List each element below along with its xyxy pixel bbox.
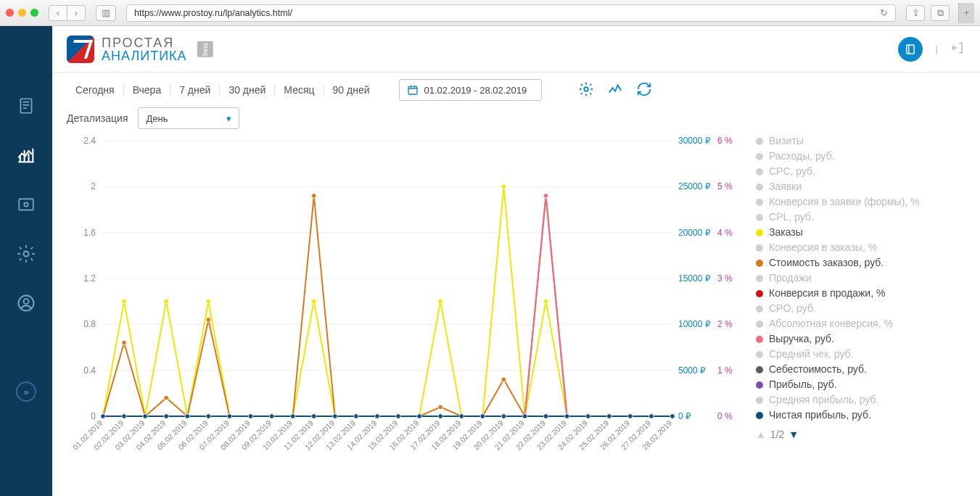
legend-item-1[interactable]: Расходы, руб. [756,149,965,164]
logout-icon[interactable] [951,41,965,57]
settings-icon[interactable] [578,81,594,99]
period-tab-3[interactable]: 30 дней [220,84,275,96]
legend-item-0[interactable]: Визиты [756,133,965,149]
legend-swatch-icon [756,260,763,267]
share-icon[interactable]: ⇪ [906,5,925,21]
legend-item-11[interactable]: CPO, руб. [756,301,965,316]
sidebar-toggle-icon[interactable]: ▥ [96,5,116,21]
legend-item-6[interactable]: Заказы [756,225,965,240]
traffic-lights [6,9,38,17]
legend-label: Визиты [769,133,804,149]
sidebar-collapse-button[interactable]: » [16,381,36,402]
legend-item-16[interactable]: Прибыль, руб. [756,377,965,392]
detail-select[interactable]: День ▾ [138,107,239,129]
legend-item-9[interactable]: Продажи [756,270,965,286]
svg-point-246 [354,414,358,418]
period-tab-4[interactable]: Месяц [275,84,324,96]
legend-label: Заявки [769,179,802,194]
legend-item-10[interactable]: Конверсия в продажи, % [756,286,965,301]
svg-text:0.8: 0.8 [83,319,96,329]
new-tab-button[interactable]: + [958,3,974,23]
svg-point-256 [564,414,569,418]
legend-item-15[interactable]: Себестоимость, руб. [756,362,965,377]
legend-label: CPC, руб. [769,164,815,179]
legend-swatch-icon [756,199,763,206]
svg-text:1.6: 1.6 [83,228,96,238]
detail-select-value: День [146,113,168,124]
legend-item-13[interactable]: Выручка, руб. [756,331,965,347]
app-sidebar: » [0,26,52,496]
svg-rect-1 [19,199,33,210]
legend-label: Абсолютная конверсия, % [769,316,893,331]
legend-item-2[interactable]: CPC, руб. [756,164,965,179]
svg-point-97 [164,395,168,400]
sidebar-item-config[interactable] [12,190,41,219]
legend-label: Стоимость заказов, руб. [769,255,884,270]
legend-item-18[interactable]: Чистая прибыль, руб. [756,408,965,423]
pager-text: 1/2 [770,427,784,442]
chart-type-icon[interactable] [607,81,623,99]
forward-button[interactable]: › [67,5,86,21]
period-tab-5[interactable]: 90 дней [324,84,379,96]
svg-point-250 [438,414,442,418]
period-tab-0[interactable]: Сегодня [67,84,124,96]
period-tab-1[interactable]: Вчера [124,84,171,96]
legend-item-14[interactable]: Средний чек, руб. [756,347,965,362]
period-tab-2[interactable]: 7 дней [170,84,220,96]
address-bar[interactable]: https://www.prostoy.ru/lp/analytics.html… [126,4,896,22]
sidebar-item-analytics[interactable] [12,141,41,170]
svg-point-245 [333,414,337,418]
legend-item-7[interactable]: Конверсия в заказы, % [756,240,965,255]
browser-chrome: ‹ › ▥ https://www.prostoy.ru/lp/analytic… [0,0,980,26]
legend-swatch-icon [756,412,763,419]
svg-point-235 [122,414,126,418]
url-text: https://www.prostoy.ru/lp/analytics.html… [134,8,292,18]
svg-text:2.4: 2.4 [83,136,96,146]
pager-next-icon[interactable]: ▼ [788,427,799,442]
maximize-window-icon[interactable] [30,9,38,17]
legend-swatch-icon [756,229,763,236]
app-header: ПРОСТАЯ АНАЛИТИКА beta | [52,26,980,73]
analytics-chart[interactable]: 00.40.81.21.622.40 ₽5000 ₽10000 ₽15000 ₽… [67,133,749,467]
svg-point-234 [101,414,105,418]
legend-label: Прибыль, руб. [769,377,837,392]
refresh-icon[interactable] [636,81,652,99]
svg-point-260 [649,414,654,418]
chart-legend: ВизитыРасходы, руб.CPC, руб.ЗаявкиКонвер… [749,133,965,481]
svg-point-87 [543,299,548,303]
tabs-icon[interactable]: ⧉ [931,5,950,21]
back-button[interactable]: ‹ [49,5,67,21]
svg-text:6 %: 6 % [717,136,733,146]
svg-point-249 [417,414,421,418]
legend-item-8[interactable]: Стоимость заказов, руб. [756,255,965,270]
legend-label: Чистая прибыль, руб. [769,408,871,423]
svg-point-69 [164,299,168,303]
sidebar-item-reports[interactable] [12,91,41,120]
minimize-window-icon[interactable] [18,9,26,17]
close-window-icon[interactable] [6,9,14,17]
legend-label: Заказы [769,225,803,240]
sidebar-item-account[interactable] [12,289,41,318]
sidebar-item-settings[interactable] [12,239,41,268]
legend-item-12[interactable]: Абсолютная конверсия, % [756,316,965,331]
svg-point-241 [248,414,252,418]
svg-point-67 [122,299,126,303]
legend-swatch-icon [756,138,763,145]
svg-rect-0 [20,99,31,113]
help-button[interactable] [898,37,923,62]
pager-prev-icon[interactable]: ▲ [756,427,766,442]
legend-item-4[interactable]: Конверсия в заявки (формы), % [756,194,965,210]
date-range-picker[interactable]: 01.02.2019 - 28.02.2019 [399,79,543,101]
legend-item-5[interactable]: CPL, руб. [756,210,965,225]
legend-swatch-icon [756,290,763,297]
svg-point-238 [185,414,189,418]
legend-item-17[interactable]: Средняя прибыль, руб. [756,392,965,408]
legend-swatch-icon [756,275,763,282]
svg-text:0 ₽: 0 ₽ [678,411,691,421]
legend-item-3[interactable]: Заявки [756,179,965,194]
reload-icon[interactable]: ↻ [880,7,888,18]
svg-text:0.4: 0.4 [83,365,96,376]
svg-point-8 [584,87,588,91]
legend-swatch-icon [756,397,763,404]
svg-text:30000 ₽: 30000 ₽ [678,136,711,146]
